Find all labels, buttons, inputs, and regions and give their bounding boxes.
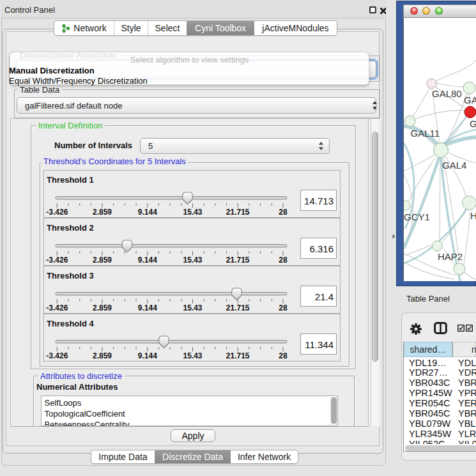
svg-text:HAP2: HAP2	[438, 251, 463, 262]
svg-text:15.43: 15.43	[183, 208, 202, 217]
svg-text:G: G	[470, 118, 476, 129]
svg-text:15.43: 15.43	[183, 351, 202, 360]
svg-text:GAL4: GAL4	[442, 160, 466, 171]
svg-text:GAL11: GAL11	[411, 128, 440, 139]
svg-text:15.43: 15.43	[183, 256, 202, 265]
svg-text:28: 28	[279, 208, 288, 217]
svg-text:H: H	[470, 210, 476, 221]
svg-text:28: 28	[279, 303, 288, 312]
svg-text:9.144: 9.144	[138, 303, 157, 312]
svg-text:-3.426: -3.426	[46, 351, 68, 360]
svg-text:2.859: 2.859	[93, 208, 112, 217]
svg-text:2.859: 2.859	[93, 351, 112, 360]
svg-text:-3.426: -3.426	[46, 303, 68, 312]
svg-text:21.715: 21.715	[226, 208, 250, 217]
svg-text:21.715: 21.715	[226, 351, 250, 360]
svg-text:2.859: 2.859	[93, 303, 112, 312]
svg-text:2.859: 2.859	[93, 256, 112, 265]
svg-text:9.144: 9.144	[138, 351, 157, 360]
svg-text:9.144: 9.144	[138, 256, 157, 265]
svg-text:21.715: 21.715	[226, 256, 250, 265]
svg-text:9.144: 9.144	[138, 208, 157, 217]
svg-text:-3.426: -3.426	[46, 256, 68, 265]
svg-text:21.715: 21.715	[226, 303, 250, 312]
svg-text:GAL80: GAL80	[432, 88, 462, 99]
svg-text:28: 28	[279, 256, 288, 265]
svg-text:-3.426: -3.426	[46, 208, 68, 217]
svg-text:28: 28	[279, 351, 288, 360]
svg-text:15.43: 15.43	[183, 303, 202, 312]
svg-text:GCY1: GCY1	[404, 211, 430, 222]
svg-text:GA: GA	[464, 95, 476, 105]
